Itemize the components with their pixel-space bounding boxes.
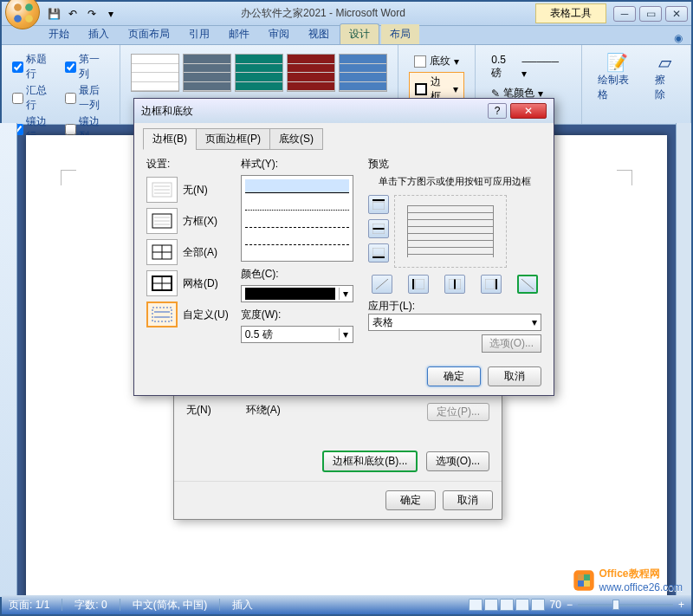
- preview-column: 预览 单击下方图示或使用按钮可应用边框 应用于(L): 表格▾: [368, 157, 541, 353]
- view-icons[interactable]: [469, 599, 545, 611]
- tab-border[interactable]: 边框(B): [143, 128, 197, 150]
- statusbar: 页面: 1/1 字数: 0 中文(简体, 中国) 插入 70 − +: [2, 595, 691, 614]
- tab-layout[interactable]: 布局: [381, 24, 419, 44]
- opt-custom[interactable]: 自定义(U): [146, 302, 230, 327]
- dialog-title: 边框和底纹: [141, 104, 488, 119]
- svg-rect-36: [578, 574, 584, 580]
- border-right-btn[interactable]: [481, 275, 502, 294]
- svg-rect-38: [578, 580, 584, 587]
- preview-canvas[interactable]: [394, 195, 507, 268]
- tab-mailings[interactable]: 邮件: [220, 24, 258, 44]
- style-list[interactable]: [241, 175, 353, 262]
- border-diag1-btn[interactable]: [372, 275, 392, 294]
- width-label: 宽度(W):: [241, 308, 358, 322]
- watermark-sub: www.office26.com: [599, 581, 683, 593]
- quick-access-toolbar: 💾 ↶ ↷ ▾: [47, 7, 118, 21]
- zoom-value[interactable]: 70: [550, 599, 561, 611]
- border-left-btn[interactable]: [408, 275, 429, 294]
- contextual-tab-title: 表格工具: [535, 3, 606, 23]
- wrap-around[interactable]: 环绕(A): [246, 403, 281, 421]
- style-thumb[interactable]: [131, 54, 179, 92]
- zoom-slider[interactable]: [578, 604, 673, 606]
- applyto-select[interactable]: 表格▾: [368, 314, 541, 331]
- dialog-options-button[interactable]: 选项(O)...: [482, 334, 541, 353]
- style-thumb[interactable]: [339, 54, 387, 92]
- status-insert[interactable]: 插入: [232, 598, 253, 613]
- svg-rect-26: [372, 248, 385, 256]
- svg-point-3: [25, 15, 33, 23]
- tab-references[interactable]: 引用: [180, 24, 218, 44]
- tab-review[interactable]: 审阅: [260, 24, 298, 44]
- color-select[interactable]: ▾: [241, 285, 353, 302]
- chk-lastcol[interactable]: 最后一列: [65, 83, 109, 113]
- locate-button[interactable]: 定位(P)...: [427, 403, 489, 421]
- status-words[interactable]: 字数: 0: [74, 598, 107, 613]
- opt-grid[interactable]: 网格(D): [146, 270, 230, 296]
- opt-none[interactable]: 无(N): [146, 177, 230, 203]
- style-thumb[interactable]: [235, 54, 283, 92]
- vertical-scrollbar[interactable]: [676, 123, 691, 597]
- tab-pagelayout[interactable]: 页面布局: [120, 24, 178, 44]
- svg-line-27: [376, 279, 388, 289]
- shading-button[interactable]: 底纹 ▾: [409, 52, 464, 70]
- undo-icon[interactable]: ↶: [66, 7, 80, 21]
- style-thumb[interactable]: [287, 54, 335, 92]
- vertical-ruler: [0, 123, 17, 597]
- help-icon[interactable]: ◉: [674, 32, 683, 44]
- dialog-titlebar: 边框和底纹 ? ✕: [134, 99, 554, 123]
- group-draw-tools: 📝绘制表格 ▱擦除: [582, 45, 691, 124]
- style-gallery[interactable]: [127, 49, 391, 97]
- zoom-in[interactable]: +: [678, 599, 684, 611]
- tab-design[interactable]: 设计: [340, 23, 379, 44]
- width-select[interactable]: 0.5 磅▾: [241, 326, 353, 343]
- setting-column: 设置: 无(N) 方框(X) 全部(A) 网格(D) 自定义(U): [146, 157, 230, 353]
- chk-totalrow[interactable]: 汇总行: [12, 83, 56, 113]
- status-lang[interactable]: 中文(简体, 中国): [133, 598, 208, 613]
- dialog-ok-button[interactable]: 确定: [427, 366, 481, 386]
- chk-firstcol[interactable]: 第一列: [65, 52, 109, 81]
- border-vmid-btn[interactable]: [444, 275, 465, 294]
- opt-all[interactable]: 全部(A): [146, 239, 230, 265]
- qat-dropdown-icon[interactable]: ▾: [104, 7, 118, 21]
- style-column: 样式(Y): 颜色(C): ▾ 宽度(W): 0.5 磅▾: [241, 157, 358, 353]
- tab-insert[interactable]: 插入: [80, 24, 118, 44]
- eraser-button[interactable]: ▱擦除: [646, 49, 683, 106]
- ok-button[interactable]: 确定: [385, 490, 436, 510]
- tab-view[interactable]: 视图: [300, 24, 338, 44]
- status-page[interactable]: 页面: 1/1: [9, 598, 49, 613]
- save-icon[interactable]: 💾: [47, 7, 61, 21]
- svg-line-34: [521, 279, 534, 289]
- options-button[interactable]: 选项(O)...: [426, 451, 489, 471]
- minimize-button[interactable]: ─: [613, 6, 636, 22]
- opt-box[interactable]: 方框(X): [146, 208, 230, 234]
- dialog-help-button[interactable]: ?: [488, 103, 507, 119]
- preview-label: 预览: [368, 157, 541, 172]
- border-diag2-btn[interactable]: [517, 275, 538, 294]
- zoom-out[interactable]: −: [567, 599, 573, 611]
- cancel-button[interactable]: 取消: [443, 490, 493, 510]
- dialog-tabs: 边框(B) 页面边框(P) 底纹(S): [134, 123, 554, 150]
- window-title: 办公软件之家2021 - Microsoft Word: [118, 6, 528, 21]
- pen-width[interactable]: 0.5 磅 ───── ▾: [486, 52, 570, 82]
- svg-rect-22: [372, 202, 385, 210]
- group-table-style-options: 标题行 第一列 汇总行 最后一列 镶边行 镶边列 表格样式选项: [2, 45, 120, 124]
- borders-shading-button[interactable]: 边框和底纹(B)...: [322, 451, 418, 472]
- office-button[interactable]: [5, 0, 40, 29]
- border-top-btn[interactable]: [368, 195, 389, 214]
- watermark: Office教程网 www.office26.com: [572, 567, 683, 593]
- draw-table-button[interactable]: 📝绘制表格: [589, 49, 646, 106]
- border-bottom-btn[interactable]: [368, 243, 389, 263]
- dialog-close-button[interactable]: ✕: [510, 103, 547, 119]
- border-hmid-btn[interactable]: [368, 219, 389, 238]
- maximize-button[interactable]: ▭: [639, 6, 662, 22]
- style-thumb[interactable]: [183, 54, 231, 92]
- chk-headerrow[interactable]: 标题行: [12, 52, 56, 81]
- margin-corner: [61, 170, 76, 185]
- redo-icon[interactable]: ↷: [85, 7, 99, 21]
- close-button[interactable]: ✕: [665, 6, 688, 22]
- tab-shading[interactable]: 底纹(S): [269, 128, 323, 150]
- wrap-none[interactable]: 无(N): [186, 403, 211, 421]
- tab-page-border[interactable]: 页面边框(P): [196, 128, 270, 150]
- tab-home[interactable]: 开始: [40, 24, 78, 44]
- dialog-cancel-button[interactable]: 取消: [488, 366, 541, 386]
